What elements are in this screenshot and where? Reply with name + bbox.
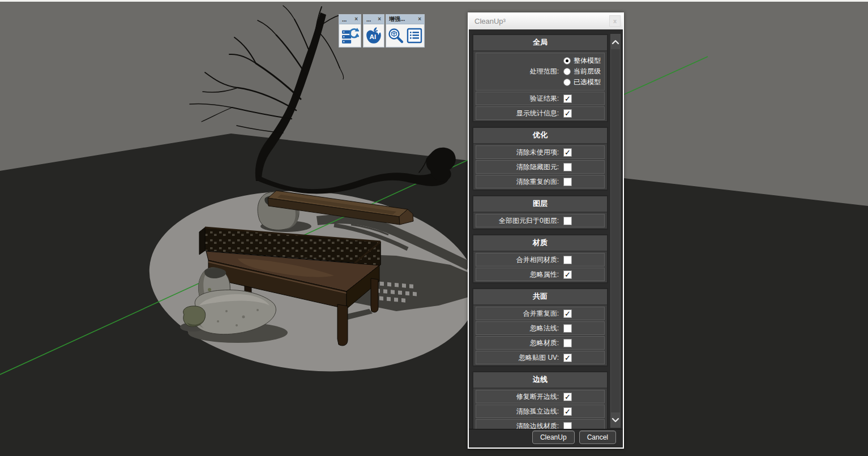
toolbar-window-3: 增强... ×: [386, 14, 425, 48]
radio-label: 整体模型: [574, 56, 601, 66]
report-list-icon[interactable]: [406, 27, 423, 45]
option-row: 清除边线材质:: [476, 419, 605, 429]
checkbox-geometry-to-layer0[interactable]: [563, 217, 572, 225]
close-icon[interactable]: ×: [377, 16, 382, 22]
checkbox-erase-duplicate-faces[interactable]: [563, 178, 572, 186]
section-title: 材质: [473, 235, 607, 252]
svg-text:AI: AI: [370, 33, 377, 40]
option-row: 显示统计信息: ✓: [476, 106, 605, 120]
toolbar-titlebar[interactable]: ... ×: [339, 15, 361, 24]
close-icon[interactable]: ×: [417, 16, 422, 22]
dialog-body: 全局 处理范围: 整体模型 当前层级: [469, 29, 623, 429]
database-sync-icon[interactable]: [341, 27, 359, 45]
option-row: 忽略贴图 UV: ✓: [476, 351, 605, 364]
radio-label: 当前层级: [574, 67, 601, 76]
dialog-titlebar[interactable]: CleanUp³ x: [469, 12, 623, 29]
option-label: 清除孤立边线:: [477, 407, 563, 416]
option-label: 验证结果:: [477, 94, 563, 104]
checkbox-merge-coplanar-faces[interactable]: ✓: [563, 309, 572, 318]
cleanup-dialog: CleanUp³ x 全局 处理范围: 整体模型 当前层级: [468, 12, 624, 449]
option-label: 清除边线材质:: [477, 421, 563, 429]
scroll-down-button[interactable]: [611, 412, 620, 427]
dialog-footer: CleanUp Cancel: [469, 429, 623, 448]
section-title: 边线: [473, 372, 607, 389]
option-label: 忽略属性:: [477, 270, 563, 279]
section-coplanar: 共面 合并重复面: ✓ 忽略法线: 忽略材质: 忽略贴图 UV: ✓: [472, 288, 608, 367]
option-label: 合并重复面:: [477, 309, 563, 319]
chevron-up-icon: [612, 40, 619, 45]
section-global: 全局 处理范围: 整体模型 当前层级: [472, 34, 608, 122]
option-row: 合并相同材质:: [476, 253, 605, 266]
option-row: 处理范围: 整体模型 当前层级 已选模型: [476, 53, 605, 91]
chevron-down-icon: [612, 418, 619, 423]
app-window: ... × ... × AI: [0, 0, 868, 456]
toolbar-window-1: ... ×: [339, 14, 361, 48]
checkbox-erase-hidden[interactable]: [563, 163, 572, 171]
close-button[interactable]: x: [609, 15, 621, 27]
checkbox-erase-lonely-edges[interactable]: ✓: [563, 407, 572, 416]
option-label: 忽略法线:: [477, 324, 563, 333]
3d-viewport[interactable]: [0, 0, 868, 456]
toolbar-window-2: ... × AI: [363, 14, 384, 48]
section-optimize: 优化 清除未使用项: ✓ 清除隐藏图元: 清除重复的面:: [472, 127, 608, 191]
close-icon[interactable]: ×: [353, 16, 359, 22]
option-label: 清除重复的面:: [477, 177, 563, 187]
checkbox-merge-identical-materials[interactable]: [563, 256, 572, 264]
radio-whole-model[interactable]: [563, 57, 571, 64]
section-title: 共面: [473, 289, 607, 306]
option-row: 修复断开边线: ✓: [476, 390, 605, 403]
option-row: 忽略属性: ✓: [476, 268, 605, 281]
scroll-up-button[interactable]: [611, 35, 620, 49]
section-title: 优化: [473, 128, 607, 144]
option-label: 清除隐藏图元:: [477, 162, 563, 172]
section-title: 全局: [473, 35, 607, 51]
option-row: 合并重复面: ✓: [476, 307, 605, 320]
option-label: 显示统计信息:: [477, 109, 563, 118]
option-row: 全部图元归于0图层:: [476, 214, 605, 227]
option-row: 忽略材质:: [476, 336, 605, 350]
option-row: 清除未使用项: ✓: [476, 145, 605, 159]
section-layers: 图层 全部图元归于0图层:: [472, 195, 608, 230]
toolbar-title: ...: [342, 16, 353, 23]
radio-label: 已选模型: [574, 78, 601, 87]
cancel-button[interactable]: Cancel: [579, 431, 616, 444]
top-strip: [0, 0, 868, 2]
ai-apple-icon[interactable]: AI: [365, 27, 383, 45]
checkbox-show-statistics[interactable]: ✓: [563, 109, 572, 118]
option-row: 验证结果: ✓: [476, 92, 605, 105]
section-title: 图层: [473, 196, 607, 213]
option-row: 清除隐藏图元:: [476, 160, 605, 174]
option-label: 合并相同材质:: [477, 255, 563, 265]
checkbox-ignore-uv[interactable]: ✓: [563, 354, 572, 362]
toolbar-title: ...: [366, 16, 377, 23]
checkbox-purge-unused[interactable]: ✓: [563, 148, 572, 157]
dialog-scrollbar[interactable]: [610, 34, 621, 428]
option-label: 忽略贴图 UV:: [477, 353, 563, 363]
checkbox-ignore-attributes[interactable]: ✓: [563, 270, 572, 279]
option-row: 清除重复的面:: [476, 175, 605, 188]
radio-current-level[interactable]: [563, 68, 571, 75]
toolbar-title: 增强...: [389, 15, 417, 23]
dialog-title: CleanUp³: [474, 17, 609, 25]
section-materials: 材质 合并相同材质: 忽略属性: ✓: [472, 234, 608, 283]
checkbox-ignore-normals[interactable]: [563, 324, 572, 333]
option-label: 修复断开边线:: [477, 392, 563, 402]
option-row: 清除孤立边线: ✓: [476, 405, 605, 418]
toolbar-titlebar[interactable]: 增强... ×: [386, 15, 424, 24]
checkbox-remove-edge-material[interactable]: [563, 422, 572, 429]
cleanup-button[interactable]: CleanUp: [532, 431, 575, 444]
section-edges: 边线 修复断开边线: ✓ 清除孤立边线: ✓ 清除边线材质:: [472, 371, 608, 429]
option-label: 忽略材质:: [477, 338, 563, 348]
checkbox-validate-results[interactable]: ✓: [563, 94, 572, 103]
checkbox-repair-split-edges[interactable]: ✓: [563, 393, 572, 401]
radio-selected-model[interactable]: [563, 79, 571, 86]
checkbox-ignore-materials[interactable]: [563, 339, 572, 347]
option-label: 全部图元归于0图层:: [477, 216, 563, 226]
toolbar-titlebar[interactable]: ... ×: [364, 15, 384, 24]
option-label: 处理范围:: [477, 67, 563, 76]
option-row: 忽略法线:: [476, 321, 605, 335]
model-inspect-icon[interactable]: [387, 27, 404, 45]
option-label: 清除未使用项:: [477, 148, 563, 157]
